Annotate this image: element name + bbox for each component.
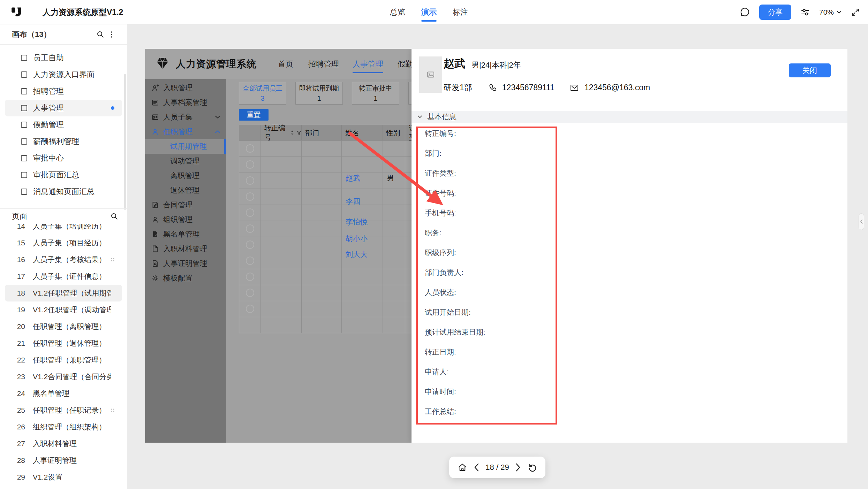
comment-icon[interactable] bbox=[740, 7, 750, 17]
more-kebab-icon[interactable] bbox=[110, 30, 113, 39]
sort-icon[interactable] bbox=[290, 130, 294, 136]
canvas-list: 员工自助 人力资源入口界面 招聘管理 人事管理 假勤管理 bbox=[0, 45, 127, 200]
proto-menu-item[interactable]: 调动管理 bbox=[145, 154, 226, 168]
canvas-label: 人事管理 bbox=[33, 103, 64, 113]
row-radio[interactable] bbox=[246, 160, 254, 169]
page-label: V1.2任职管理（调动管理）调… bbox=[33, 305, 111, 315]
proto-menu-item[interactable]: 退休管理 bbox=[145, 183, 226, 198]
page-list-item[interactable]: 16 人员子集（考核结果） bbox=[0, 251, 127, 268]
row-radio[interactable] bbox=[246, 257, 254, 265]
person-add-icon bbox=[151, 84, 159, 92]
stat-card[interactable]: 转正审批中 1 bbox=[352, 82, 399, 105]
row-radio[interactable] bbox=[246, 240, 254, 249]
topbar-tab[interactable]: 标注 bbox=[453, 0, 468, 24]
home-button[interactable] bbox=[458, 463, 467, 472]
page-list-item[interactable]: 27 入职材料管理 bbox=[0, 435, 127, 452]
proto-menu-item[interactable]: 试用期管理 bbox=[145, 139, 226, 154]
page-list-item[interactable]: 17 人员子集（证件信息） bbox=[0, 268, 127, 285]
proto-menu-item[interactable]: 离职管理 bbox=[145, 168, 226, 183]
proto-menu-item[interactable]: 入职材料管理 bbox=[145, 242, 226, 256]
topbar-tab[interactable]: 总览 bbox=[390, 0, 405, 24]
table-row bbox=[239, 221, 437, 237]
canvas-list-item[interactable]: 员工自助 bbox=[0, 49, 127, 66]
canvas-list-item[interactable]: 招聘管理 bbox=[0, 83, 127, 100]
page-list-item[interactable]: 15 人员子集（项目经历） bbox=[0, 235, 127, 251]
proto-nav-item[interactable]: 人事管理 bbox=[353, 49, 383, 79]
page-list-item[interactable]: 18 V1.2任职管理（试用期管理）… bbox=[5, 285, 122, 301]
employee-name-link[interactable]: 赵武 bbox=[346, 173, 360, 183]
page-label: 人事证明管理 bbox=[33, 456, 77, 465]
frame-icon bbox=[20, 171, 28, 179]
employee-name-link[interactable]: 李四 bbox=[346, 197, 360, 206]
proto-menu-item[interactable]: 入职管理 bbox=[145, 81, 226, 95]
proto-menu-item[interactable]: 黑名单管理 bbox=[145, 227, 226, 242]
proto-menu-item[interactable]: 人事证明管理 bbox=[145, 256, 226, 271]
page-list-item[interactable]: 20 任职管理（离职管理） bbox=[0, 318, 127, 335]
column-header[interactable]: 转正编号 bbox=[261, 125, 302, 140]
canvas-list-item[interactable]: 薪酬福利管理 bbox=[0, 133, 127, 150]
row-radio[interactable] bbox=[246, 273, 254, 281]
page-list-item[interactable]: 21 任职管理（退休管理） bbox=[0, 335, 127, 352]
close-button[interactable]: 关闭 bbox=[789, 63, 831, 77]
row-radio[interactable] bbox=[246, 144, 254, 153]
proto-nav-item[interactable]: 招聘管理 bbox=[308, 49, 339, 79]
canvas-list-item[interactable]: 审批中心 bbox=[0, 150, 127, 167]
proto-menu-item[interactable]: 人员子集 bbox=[145, 110, 226, 124]
stat-card[interactable]: 即将试用到期 1 bbox=[295, 82, 343, 105]
restart-button[interactable] bbox=[527, 463, 537, 472]
fullscreen-icon[interactable] bbox=[851, 7, 860, 17]
page-list-item[interactable]: 23 V1.2合同管理（合同分类逻辑… bbox=[0, 368, 127, 385]
stat-card[interactable]: 全部试用员工 3 bbox=[239, 82, 286, 105]
page-list-item[interactable]: 28 人事证明管理 bbox=[0, 452, 127, 469]
row-radio[interactable] bbox=[246, 176, 254, 185]
proto-menu-item[interactable]: 模板配置 bbox=[145, 271, 226, 285]
proto-nav-item[interactable]: 首页 bbox=[278, 49, 293, 79]
search-icon[interactable] bbox=[96, 30, 105, 39]
search-icon[interactable] bbox=[110, 212, 119, 221]
mail-icon bbox=[570, 83, 579, 92]
employee-name-link[interactable]: 李怡悦 bbox=[346, 217, 368, 227]
page-list-item[interactable]: 29 V1.2设置 bbox=[0, 469, 127, 486]
detail-field-label: 转正编号: bbox=[425, 123, 485, 143]
section-basic-info[interactable]: 基本信息 bbox=[412, 111, 847, 123]
canvas-list-item[interactable]: 消息通知页面汇总 bbox=[0, 183, 127, 200]
frame-icon bbox=[20, 121, 28, 129]
prev-page-button[interactable] bbox=[474, 463, 479, 472]
page-list-item[interactable]: 26 组织管理（组织架构） bbox=[0, 419, 127, 435]
page-list-item[interactable]: 24 黑名单管理 bbox=[0, 385, 127, 402]
detail-field-label: 试用开始日期: bbox=[425, 302, 485, 322]
canvas-list-item[interactable]: 审批页面汇总 bbox=[0, 167, 127, 183]
topbar-tab[interactable]: 演示 bbox=[421, 0, 437, 24]
proto-menu-item[interactable]: 合同管理 bbox=[145, 198, 226, 212]
row-radio[interactable] bbox=[246, 305, 254, 313]
proto-menu-item[interactable]: 任职管理 bbox=[145, 124, 226, 139]
canvas-list-item[interactable]: 人力资源入口界面 bbox=[0, 66, 127, 83]
employee-name-link[interactable]: 胡小小 bbox=[346, 234, 368, 244]
proto-menu-item[interactable]: 组织管理 bbox=[145, 212, 226, 227]
canvas-list-item[interactable]: 人事管理 bbox=[5, 100, 122, 116]
zoom-control[interactable]: 70% bbox=[819, 8, 841, 16]
next-page-button[interactable] bbox=[515, 463, 521, 472]
filter-icon[interactable] bbox=[296, 130, 301, 135]
row-radio[interactable] bbox=[246, 224, 254, 233]
app-logo-icon[interactable] bbox=[10, 6, 24, 18]
row-radio[interactable] bbox=[246, 208, 254, 217]
page-list-item[interactable]: 19 V1.2任职管理（调动管理）调… bbox=[0, 301, 127, 318]
page-list-item[interactable]: 22 任职管理（兼职管理） bbox=[0, 352, 127, 368]
reset-button[interactable]: 重置 bbox=[239, 109, 269, 121]
row-radio[interactable] bbox=[246, 192, 254, 201]
canvas-list-item[interactable]: 假勤管理 bbox=[0, 116, 127, 133]
settings-sliders-icon[interactable] bbox=[800, 7, 810, 17]
table-row bbox=[239, 269, 437, 285]
table-row bbox=[239, 205, 437, 221]
page-list-item[interactable]: 14 人员子集（培训经历） bbox=[0, 224, 127, 235]
employee-name-link[interactable]: 刘大大 bbox=[346, 250, 368, 259]
page-list-item[interactable]: 25 任职管理（任职记录） bbox=[0, 402, 127, 419]
right-panel-handle[interactable] bbox=[859, 213, 864, 230]
sidebar-scrollbar[interactable] bbox=[124, 74, 126, 210]
page-number: 26 bbox=[13, 423, 25, 431]
share-button[interactable]: 分享 bbox=[759, 5, 791, 20]
gender-cell: 男 bbox=[387, 173, 394, 183]
row-radio[interactable] bbox=[246, 289, 254, 297]
proto-menu-item[interactable]: 人事档案管理 bbox=[145, 95, 226, 110]
